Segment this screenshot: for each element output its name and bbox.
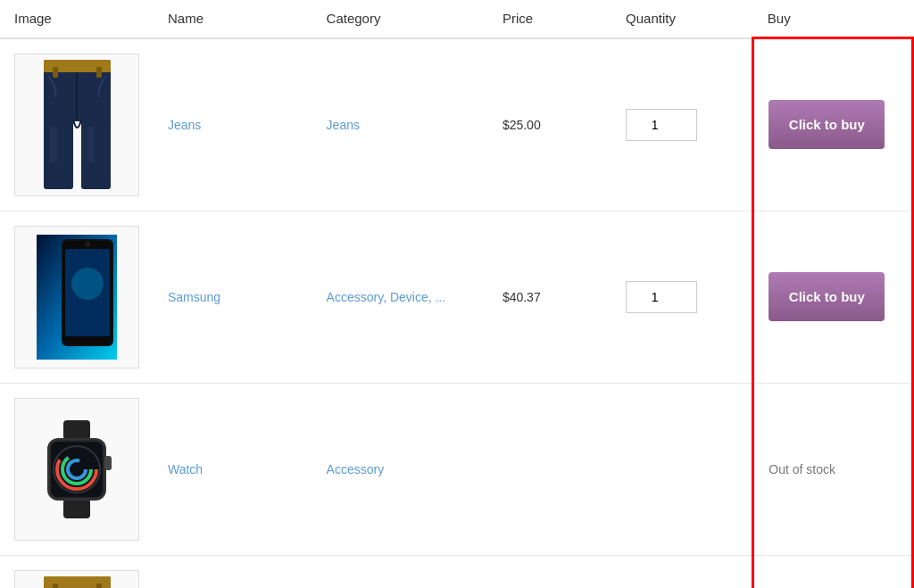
product-table: Image Name Category Price Quantity Buy	[0, 0, 914, 588]
product-category-link[interactable]: Jeans	[327, 118, 360, 132]
product-quantity-cell	[611, 211, 753, 383]
svg-point-15	[71, 268, 104, 300]
svg-rect-3	[44, 120, 73, 189]
product-category-cell: Jeans	[312, 38, 488, 211]
watch-image	[37, 420, 117, 518]
jeans-image-2	[39, 576, 115, 588]
table-row: Jeans Jeans $25.00 Click to buy	[0, 555, 913, 588]
col-header-buy: Buy	[753, 0, 913, 38]
product-name-link[interactable]: Jeans	[168, 118, 201, 132]
product-price-cell: $25.00	[488, 38, 611, 211]
svg-rect-9	[87, 127, 95, 162]
product-name-cell: Watch	[154, 383, 312, 555]
product-name-cell: Jeans	[154, 555, 312, 588]
quantity-input[interactable]	[626, 109, 697, 141]
product-price-cell	[488, 383, 611, 555]
svg-rect-8	[50, 127, 57, 162]
product-category-cell: Jeans	[312, 555, 488, 588]
table-header-row: Image Name Category Price Quantity Buy	[0, 0, 913, 38]
svg-rect-35	[53, 584, 58, 588]
product-image-wrapper	[14, 570, 139, 589]
svg-rect-18	[63, 420, 90, 440]
product-name-cell: Samsung	[154, 211, 312, 383]
col-header-quantity: Quantity	[611, 0, 753, 38]
svg-rect-6	[53, 67, 58, 78]
svg-rect-4	[81, 120, 111, 189]
product-quantity-cell	[611, 555, 753, 588]
col-header-price: Price	[488, 0, 611, 38]
product-buy-cell: Click to buy	[753, 38, 913, 211]
product-buy-cell: Click to buy	[753, 555, 913, 588]
product-category-cell: Accessory, Device, ...	[312, 211, 488, 383]
buy-button[interactable]: Click to buy	[769, 100, 885, 149]
table-row: Jeans Jeans $25.00 Click to buy	[0, 38, 913, 211]
product-image-wrapper	[14, 226, 139, 369]
quantity-input[interactable]	[626, 281, 697, 313]
product-category-cell: Accessory	[312, 383, 488, 555]
product-price-cell: $25.00	[488, 555, 611, 588]
product-image-cell	[0, 211, 154, 383]
svg-rect-28	[104, 456, 112, 470]
product-image-cell	[0, 38, 154, 211]
samsung-image	[37, 235, 117, 360]
product-category-link[interactable]: Accessory	[327, 462, 385, 476]
product-image-wrapper	[14, 398, 139, 541]
svg-rect-19	[63, 499, 90, 518]
product-image-cell	[0, 383, 154, 555]
table-row: Samsung Accessory, Device, ... $40.37 Cl…	[0, 211, 913, 383]
buy-button[interactable]: Click to buy	[769, 272, 885, 321]
col-header-name: Name	[154, 0, 312, 38]
out-of-stock-label: Out of stock	[769, 462, 835, 476]
product-name-cell: Jeans	[154, 38, 312, 211]
product-category-link[interactable]: Accessory, Device, ...	[327, 290, 446, 304]
product-table-container: Image Name Category Price Quantity Buy	[0, 0, 914, 588]
product-image-wrapper	[14, 54, 139, 196]
jeans-image	[39, 60, 115, 189]
product-price-cell: $40.37	[488, 211, 611, 383]
svg-rect-7	[96, 67, 102, 78]
col-header-category: Category	[312, 0, 488, 38]
product-name-link[interactable]: Samsung	[168, 290, 220, 304]
product-quantity-cell	[611, 38, 753, 211]
product-quantity-cell	[611, 383, 753, 555]
col-header-image: Image	[0, 0, 154, 38]
product-image-cell	[0, 555, 154, 588]
product-buy-cell: Out of stock	[753, 383, 913, 555]
product-buy-cell: Click to buy	[753, 211, 913, 383]
product-name-link[interactable]: Watch	[168, 462, 203, 476]
table-row: Watch Accessory Out of stock	[0, 383, 913, 555]
svg-rect-36	[96, 584, 102, 588]
svg-point-17	[87, 243, 89, 245]
